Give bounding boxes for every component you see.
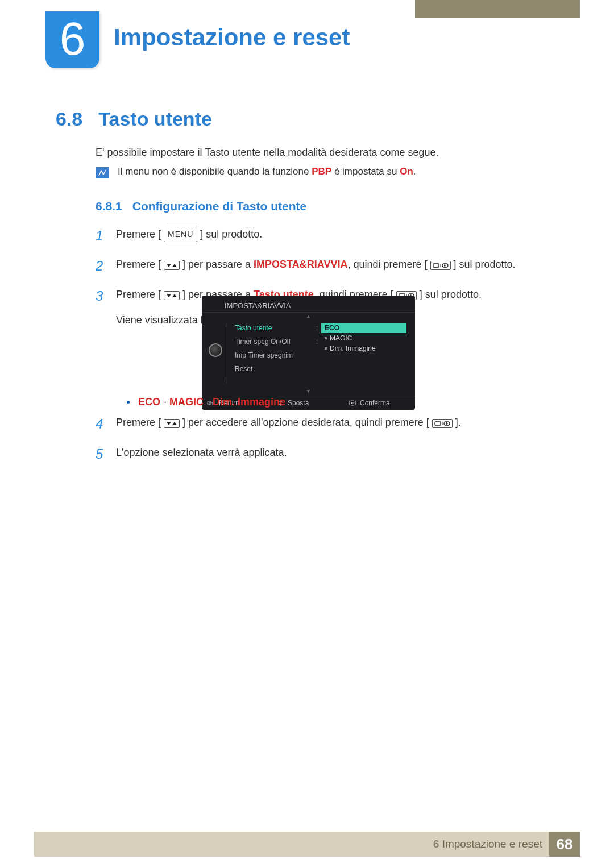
down-up-icon [164,291,180,300]
bullet-sep2: - [204,396,213,408]
chapter-title: Impostazione e reset [114,24,350,51]
osd-footer-conferma: Conferma [344,396,415,410]
bullet-magic: MAGIC [169,396,204,408]
osd-left-r4-label: Reset [235,365,252,373]
subsection-number: 6.8.1 [96,200,122,213]
footer-page-number: 68 [549,832,580,857]
screen-enter-icon [432,419,453,428]
osd-option-magic: MAGIC [321,333,406,343]
step-number-4: 4 [96,412,106,436]
osd-arc-decoration [226,322,231,384]
step-2-d: ] sul prodotto. [451,259,516,270]
step-2-kw: IMPOSTA&RIAVVIA [254,259,347,270]
step-2-a: Premere [ [116,259,164,270]
bullet-dim: Dim. Immagine [213,396,285,408]
section-title: Tasto utente [98,108,212,130]
osd-left-r2-label: Timer speg On/Off [235,338,291,346]
step-2-b: ] per passare a [180,259,254,270]
step-4-c: ]. [453,417,461,428]
subsection-title: Configurazione di Tasto utente [132,200,306,213]
osd-left-row-4: Reset [234,364,319,374]
enter-icon [349,400,356,406]
step-2-body: Premere [ ] per passare a IMPOSTA&RIAVVI… [116,254,516,273]
osd-footer-sposta-label: Sposta [288,399,309,407]
osd-option-eco: ECO [321,323,406,333]
chapter-number-badge: 6 [45,11,99,68]
osd-screenshot: IMPOSTA&RIAVVIA ▲ Tasto utente: Timer sp… [202,296,415,410]
note-post: . [413,166,416,177]
step-3-d: ] sul prodotto. [417,289,482,300]
step-2-c: , quindi premere [ [347,259,430,270]
osd-down-arrow-icon: ▲ [202,388,415,396]
top-accent-strip [415,0,580,18]
down-up-icon [164,419,180,428]
step-4-body: Premere [ ] per accedere all'opzione des… [116,412,461,431]
note-pbp: PBP [312,166,331,177]
bullet-sep1: - [160,396,169,408]
osd-left-row-3: Imp Timer spegnim [234,350,319,360]
step-4-a: Premere [ [116,417,164,428]
osd-dial-icon [209,343,222,357]
section-number: 6.8 [56,108,82,130]
step-1-a: Premere [ [116,229,164,240]
bullet-icon [127,401,130,404]
osd-left-row-1: Tasto utente: [234,323,319,333]
footer-bar: 6 Impostazione e reset 68 [34,832,580,857]
note-text: Il menu non è disponibile quando la funz… [118,166,416,177]
svg-rect-0 [433,264,439,267]
step-number-3: 3 [96,284,106,308]
options-bullet: ECO - MAGIC - Dim. Immagine [127,396,285,408]
step-3-a: Premere [ [116,289,164,300]
step-1-body: Premere [ MENU ] sul prodotto. [116,223,262,243]
svg-rect-7 [435,422,441,425]
note-on: On [400,166,413,177]
osd-option-dim: Dim. Immagine [321,343,406,354]
osd-up-arrow-icon: ▲ [202,313,415,321]
bullet-eco: ECO [138,396,160,408]
osd-footer-conferma-label: Conferma [360,399,390,407]
step-number-1: 1 [96,223,106,248]
osd-left-r1-label: Tasto utente [235,324,272,332]
note-mid: è impostata su [331,166,400,177]
step-5-body: L'opzione selezionata verrà applicata. [116,442,287,462]
footer-text: 6 Impostazione e reset [433,838,542,850]
note-icon [96,167,109,178]
down-up-icon [164,261,180,270]
step-number-2: 2 [96,254,106,278]
note-pre: Il menu non è disponibile quando la funz… [118,166,312,177]
osd-left-row-2: Timer speg On/Off: [234,337,319,347]
screen-enter-icon [430,261,451,270]
osd-left-r3-label: Imp Timer spegnim [235,351,293,359]
intro-text: E' possibile impostare il Tasto utente n… [96,147,438,159]
osd-header: IMPOSTA&RIAVVIA [202,299,415,313]
step-number-5: 5 [96,442,106,466]
step-4-b: ] per accedere all'opzione desiderata, q… [180,417,432,428]
menu-button-label: MENU [164,227,197,242]
step-1-b: ] sul prodotto. [197,229,262,240]
